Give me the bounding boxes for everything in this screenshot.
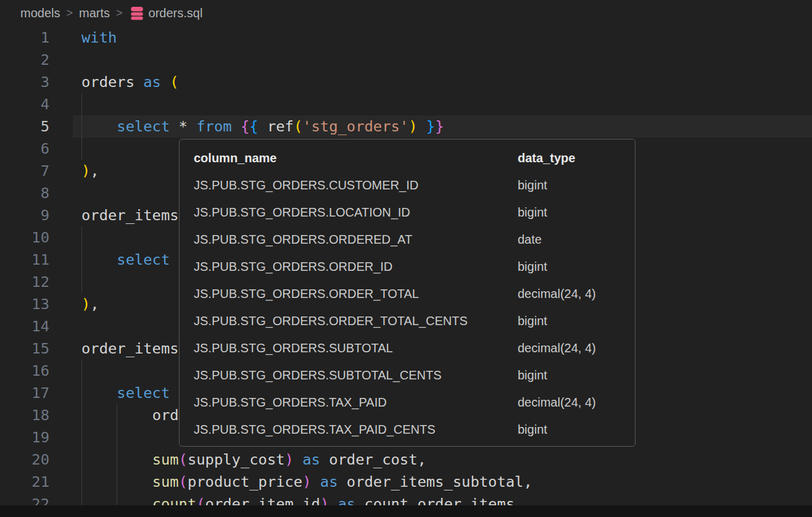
indent-guide xyxy=(81,226,82,249)
code-token: ( xyxy=(294,118,302,135)
code-text: ), xyxy=(49,293,99,315)
code-token: sum xyxy=(152,473,179,490)
data-type-cell: bigint xyxy=(518,423,635,437)
database-icon xyxy=(130,6,144,20)
column-name-cell: JS.PUB.STG_ORDERS.TAX_PAID xyxy=(194,395,518,410)
line-number[interactable]: 20 xyxy=(0,449,49,471)
code-token xyxy=(81,118,117,135)
code-token: ) xyxy=(81,296,90,313)
code-line-5[interactable]: 5 select * from {{ ref('stg_orders') }} xyxy=(0,115,812,138)
column-info-popup: column_namedata_typeJS.PUB.STG_ORDERS.CU… xyxy=(179,139,636,447)
code-line-20[interactable]: 20 sum(supply_cost) as order_cost, xyxy=(0,449,812,471)
line-number[interactable]: 2 xyxy=(0,49,49,71)
column-name-cell: JS.PUB.STG_ORDERS.ORDER_TOTAL_CENTS xyxy=(194,314,518,328)
code-text: select xyxy=(49,382,170,404)
line-number[interactable]: 16 xyxy=(0,360,49,382)
code-token: ord xyxy=(152,407,179,424)
line-number[interactable]: 14 xyxy=(0,315,49,337)
code-line-21[interactable]: 21 sum(product_price) as order_items_sub… xyxy=(0,471,812,493)
line-number[interactable]: 5 xyxy=(0,115,49,138)
popup-column-row: JS.PUB.STG_ORDERS.ORDER_TOTALdecimal(24,… xyxy=(180,280,635,307)
popup-column-row: JS.PUB.STG_ORDERS.SUBTOTALdecimal(24, 4) xyxy=(180,334,635,362)
code-token: , xyxy=(90,296,99,313)
code-text: sum(supply_cost) as order_cost, xyxy=(49,449,426,471)
breadcrumb-item-marts[interactable]: marts xyxy=(79,6,110,20)
data-type-cell: decimal(24, 4) xyxy=(518,341,635,355)
code-text: select xyxy=(49,249,170,271)
code-token: ) xyxy=(285,451,294,468)
code-text: order_items xyxy=(49,337,179,360)
code-token: as xyxy=(143,73,170,91)
popup-column-row: JS.PUB.STG_ORDERS.SUBTOTAL_CENTSbigint xyxy=(180,362,635,389)
indent-guide xyxy=(81,360,82,382)
data-type-cell: bigint xyxy=(518,205,635,220)
column-name-cell: JS.PUB.STG_ORDERS.SUBTOTAL xyxy=(194,341,518,355)
data-type-cell: date xyxy=(518,233,635,247)
code-token: order_items xyxy=(81,340,179,357)
code-line-3[interactable]: 3orders as ( xyxy=(0,71,812,93)
column-name-cell: JS.PUB.STG_ORDERS.ORDER_TOTAL xyxy=(194,287,518,301)
popup-column-row: JS.PUB.STG_ORDERS.LOCATION_IDbigint xyxy=(180,199,635,226)
code-token xyxy=(81,251,117,268)
code-token: } xyxy=(435,118,444,135)
line-number[interactable]: 15 xyxy=(0,337,49,360)
code-token: order_cost, xyxy=(320,451,426,468)
line-number[interactable]: 9 xyxy=(0,204,49,226)
code-token xyxy=(417,118,426,135)
code-text: ord xyxy=(49,404,179,426)
line-number[interactable]: 8 xyxy=(0,182,49,204)
code-token: order_items xyxy=(81,207,179,224)
code-token: product_price xyxy=(188,473,302,490)
code-token: { xyxy=(249,118,258,135)
indent-guide xyxy=(81,93,82,115)
code-line-2[interactable]: 2 xyxy=(0,49,812,71)
code-text: select * from {{ ref('stg_orders') }} xyxy=(49,115,444,138)
data-type-cell: decimal(24, 4) xyxy=(518,395,635,410)
line-number[interactable]: 11 xyxy=(0,249,49,271)
code-token: select xyxy=(117,118,170,135)
line-number[interactable]: 19 xyxy=(0,426,49,449)
code-token: select xyxy=(117,384,170,402)
chevron-right-icon: > xyxy=(66,7,73,20)
code-line-4[interactable]: 4 xyxy=(0,93,812,115)
line-number[interactable]: 17 xyxy=(0,382,49,404)
code-token: supply_cost xyxy=(188,451,285,468)
indent-guide xyxy=(81,271,82,293)
line-number[interactable]: 12 xyxy=(0,271,49,293)
line-number[interactable]: 1 xyxy=(0,27,49,49)
panel-edge xyxy=(0,505,812,517)
code-token: { xyxy=(241,118,249,135)
code-text: sum(product_price) as order_items_subtot… xyxy=(49,471,532,493)
line-number[interactable]: 21 xyxy=(0,471,49,493)
breadcrumb-item-models[interactable]: models xyxy=(20,6,60,20)
code-token: } xyxy=(426,118,435,135)
code-token: sum xyxy=(152,451,179,468)
column-name-cell: JS.PUB.STG_ORDERS.ORDER_ID xyxy=(194,260,518,274)
code-token xyxy=(81,407,152,424)
breadcrumb-item-file[interactable]: orders.sql xyxy=(149,6,203,20)
line-number[interactable]: 10 xyxy=(0,226,49,249)
breadcrumb: models > marts > orders.sql xyxy=(0,0,812,27)
line-number[interactable]: 6 xyxy=(0,138,49,160)
popup-column-row: JS.PUB.STG_ORDERS.CUSTOMER_IDbigint xyxy=(180,172,635,199)
column-name-cell: JS.PUB.STG_ORDERS.CUSTOMER_ID xyxy=(194,178,518,192)
code-token xyxy=(81,473,152,490)
line-number[interactable]: 3 xyxy=(0,71,49,93)
column-name-cell: JS.PUB.STG_ORDERS.TAX_PAID_CENTS xyxy=(194,423,518,437)
line-number[interactable]: 18 xyxy=(0,404,49,426)
line-number[interactable]: 4 xyxy=(0,93,49,115)
line-number[interactable]: 7 xyxy=(0,160,49,182)
popup-header-row: column_namedata_type xyxy=(180,144,635,172)
indent-guide xyxy=(81,138,82,160)
code-text: ), xyxy=(49,160,99,182)
data-type-cell: bigint xyxy=(518,368,635,383)
code-token xyxy=(81,384,117,402)
column-name-cell: JS.PUB.STG_ORDERS.ORDERED_AT xyxy=(194,233,518,247)
code-text: orders as ( xyxy=(49,71,179,93)
line-number[interactable]: 13 xyxy=(0,293,49,315)
code-line-1[interactable]: 1with xyxy=(0,27,812,49)
code-token: select xyxy=(117,251,170,268)
popup-column-row: JS.PUB.STG_ORDERS.ORDER_TOTAL_CENTSbigin… xyxy=(180,307,635,334)
data-type-cell: bigint xyxy=(518,178,635,192)
code-token: with xyxy=(81,29,117,46)
